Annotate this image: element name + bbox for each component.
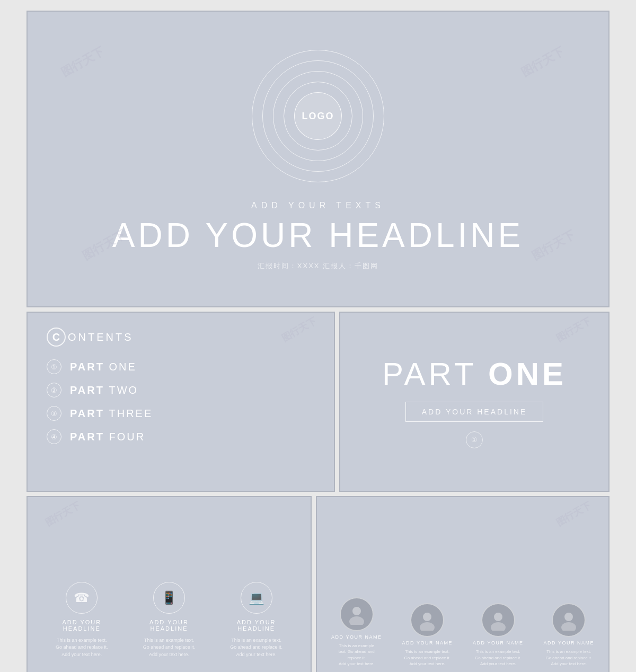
- person-desc-4: This is an example text.Go ahead and rep…: [545, 649, 592, 667]
- contents-item-3: ③ PART THREE: [47, 406, 315, 421]
- icons-row: ☎ ADD YOUR HEADLINE This is an example t…: [28, 582, 311, 659]
- icon-laptop: 💻: [241, 582, 272, 614]
- part-one-title: PART ONE: [382, 356, 567, 392]
- c-letter: C: [47, 328, 66, 347]
- icon-headline-3: ADD YOUR HEADLINE: [217, 619, 296, 632]
- watermark-4: 图行天下: [529, 227, 577, 264]
- item-label-2: PART TWO: [70, 384, 138, 396]
- slide-part-one: 图行天下 PART ONE ADD YOUR HEADLINE ①: [339, 312, 610, 492]
- svg-point-1: [349, 616, 364, 625]
- person-desc-3: This is an example text.Go ahead and rep…: [475, 649, 522, 667]
- person-name-2: ADD YOUR NAME: [402, 640, 453, 646]
- num-circle-1: ①: [47, 359, 61, 374]
- icon-headline-2: ADD YOUR HEADLINE: [130, 619, 208, 632]
- item-label-3: PART THREE: [70, 408, 153, 420]
- watermark-pe1: 图行天下: [554, 499, 593, 529]
- person-desc-1: This is an exampletext. Go ahead andrepl…: [339, 643, 375, 667]
- part-one-number: ①: [466, 431, 483, 448]
- num-circle-4: ④: [47, 429, 61, 444]
- svg-point-3: [420, 622, 435, 631]
- icon-phone: ☎: [66, 582, 98, 614]
- person-desc-2: This is an example text.Go ahead and rep…: [404, 649, 450, 667]
- icon-desc-1: This is an example text.Go ahead and rep…: [56, 637, 108, 659]
- icon-mobile: 📱: [153, 582, 185, 614]
- icon-item-3: 💻 ADD YOUR HEADLINE This is an example t…: [217, 582, 296, 659]
- watermark-ic1: 图行天下: [43, 499, 82, 529]
- avatar-1: [340, 597, 374, 631]
- svg-point-7: [561, 622, 576, 631]
- person-3: ADD YOUR NAME This is an example text.Go…: [467, 603, 529, 667]
- avatar-3: [481, 603, 515, 637]
- icon-desc-3: This is an example text.Go ahead and rep…: [230, 637, 282, 659]
- avatar-2: [410, 603, 444, 637]
- watermark-p1: 图行天下: [554, 315, 593, 345]
- svg-point-5: [491, 622, 506, 631]
- avatar-4: [552, 603, 586, 637]
- svg-point-6: [564, 613, 573, 621]
- person-name-4: ADD YOUR NAME: [544, 640, 594, 646]
- icon-item-1: ☎ ADD YOUR HEADLINE This is an example t…: [42, 582, 121, 659]
- person-name-3: ADD YOUR NAME: [473, 640, 523, 646]
- contents-header: C ONTENTS: [47, 328, 315, 347]
- hero-subtitle: ADD YOUR TEXTS: [251, 201, 385, 210]
- slide-hero: 图行天下 图行天下 图行天下 图行天下 LOGO ADD YOUR TEXTS …: [26, 11, 610, 307]
- concentric-rings: LOGO: [249, 47, 387, 185]
- hero-headline: ADD YOUR HEADLINE: [112, 216, 524, 255]
- people-row: ADD YOUR NAME This is an exampletext. Go…: [321, 597, 604, 667]
- avatar-icon-2: [417, 609, 438, 631]
- slide-people: 图行天下 ADD YOUR NAME This is an exampletex…: [316, 496, 610, 672]
- logo-text: LOGO: [302, 111, 334, 122]
- person-2: ADD YOUR NAME This is an example text.Go…: [396, 603, 458, 667]
- logo-circle: LOGO: [294, 92, 342, 140]
- num-circle-2: ②: [47, 383, 61, 397]
- item-label-1: PART ONE: [70, 361, 137, 373]
- contents-title: ONTENTS: [68, 331, 134, 343]
- avatar-icon-3: [488, 609, 509, 631]
- hero-meta: 汇报时间：XXXX 汇报人：千图网: [258, 261, 378, 271]
- icon-headline-1: ADD YOUR HEADLINE: [42, 619, 121, 632]
- avatar-icon-4: [558, 609, 579, 631]
- person-4: ADD YOUR NAME This is an example text.Go…: [538, 603, 600, 667]
- watermark-2: 图行天下: [518, 43, 567, 81]
- item-label-4: PART FOUR: [70, 431, 145, 443]
- icon-desc-2: This is an example text.Go ahead and rep…: [143, 637, 196, 659]
- svg-point-4: [494, 613, 502, 621]
- svg-point-2: [423, 613, 431, 621]
- slide-contents: 图行天下 C ONTENTS ① PART ONE ② PART TWO ③ P…: [26, 312, 335, 492]
- contents-item-2: ② PART TWO: [47, 383, 315, 397]
- part-one-headline-text: ADD YOUR HEADLINE: [422, 408, 527, 416]
- person-name-1: ADD YOUR NAME: [331, 634, 382, 640]
- slide-icons: 图行天下 ☎ ADD YOUR HEADLINE This is an exam…: [26, 496, 312, 672]
- contents-item-1: ① PART ONE: [47, 359, 315, 374]
- person-1: ADD YOUR NAME This is an exampletext. Go…: [325, 597, 387, 667]
- contents-item-4: ④ PART FOUR: [47, 429, 315, 444]
- part-one-headline-box: ADD YOUR HEADLINE: [405, 402, 544, 422]
- icon-item-2: 📱 ADD YOUR HEADLINE This is an example t…: [130, 582, 208, 659]
- svg-point-0: [352, 607, 361, 615]
- middle-row: 图行天下 C ONTENTS ① PART ONE ② PART TWO ③ P…: [26, 312, 610, 492]
- watermark-1: 图行天下: [58, 43, 107, 81]
- bottom-row: 图行天下 ☎ ADD YOUR HEADLINE This is an exam…: [26, 496, 610, 672]
- avatar-icon-1: [346, 604, 367, 625]
- num-circle-3: ③: [47, 406, 61, 421]
